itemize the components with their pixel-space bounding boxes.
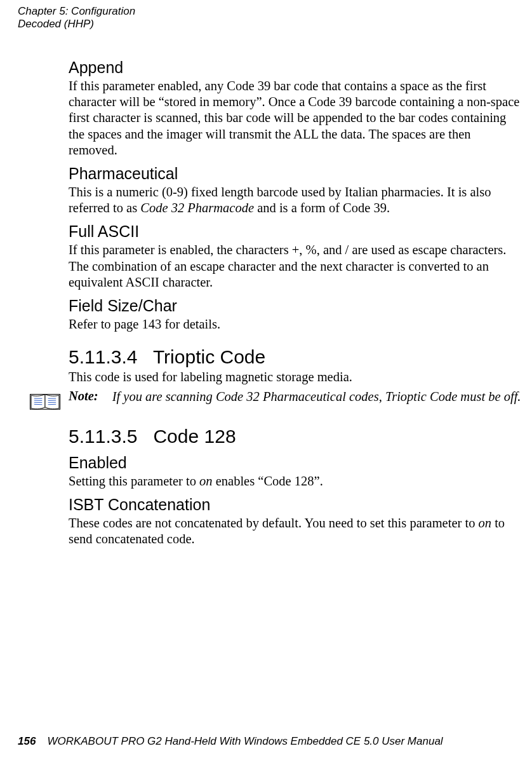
running-header: Chapter 5: Configuration Decoded (HHP) (18, 5, 135, 31)
paragraph-full-ascii: If this parameter is enabled, the charac… (69, 242, 522, 290)
paragraph-append: If this parameter enabled, any Code 39 b… (69, 78, 522, 158)
text-pharma-ital: Code 32 Pharmacode (140, 201, 254, 215)
section-number-trioptic: 5.11.3.4 (69, 346, 137, 367)
header-chapter: Chapter 5: Configuration (18, 5, 135, 18)
heading-field-size: Field Size/Char (69, 297, 522, 315)
note-text: If you are scanning Code 32 Pharmaceutic… (112, 389, 522, 405)
footer-title: WORKABOUT PRO G2 Hand-Held With Windows … (47, 735, 442, 747)
paragraph-pharmaceutical: This is a numeric (0-9) fixed length bar… (69, 184, 522, 216)
heading-enabled: Enabled (69, 454, 522, 472)
section-title-code128: Code 128 (153, 426, 236, 447)
open-book-icon (29, 391, 61, 411)
section-title-trioptic: Trioptic Code (153, 346, 265, 367)
page-number: 156 (18, 735, 36, 747)
note-block: Note: If you are scanning Code 32 Pharma… (69, 389, 522, 411)
heading-trioptic: 5.11.3.4 Trioptic Code (69, 346, 522, 368)
text-pharma-post: and is a form of Code 39. (254, 201, 390, 215)
heading-isbt: ISBT Concatenation (69, 496, 522, 514)
text-enabled-ital: on (199, 474, 213, 488)
text-enabled-pre: Setting this parameter to (69, 474, 199, 488)
text-isbt-pre: These codes are not concatenated by defa… (69, 516, 479, 530)
paragraph-isbt: These codes are not concatenated by defa… (69, 515, 522, 547)
heading-append: Append (69, 58, 522, 77)
document-page: Chapter 5: Configuration Decoded (HHP) A… (0, 0, 532, 758)
heading-pharmaceutical: Pharmaceutical (69, 165, 522, 183)
page-content: Append If this parameter enabled, any Co… (69, 52, 522, 551)
paragraph-field-size: Refer to page 143 for details. (69, 316, 522, 332)
text-isbt-ital: on (479, 516, 492, 530)
heading-full-ascii: Full ASCII (69, 222, 522, 241)
section-number-code128: 5.11.3.5 (69, 426, 137, 447)
header-section: Decoded (HHP) (18, 18, 135, 30)
heading-code128: 5.11.3.5 Code 128 (69, 426, 522, 447)
paragraph-trioptic: This code is used for labeling magnetic … (69, 369, 522, 385)
note-label: Note: (69, 389, 98, 403)
text-enabled-post: enables “Code 128”. (213, 474, 323, 488)
page-footer: 156WORKABOUT PRO G2 Hand-Held With Windo… (18, 735, 443, 748)
paragraph-enabled: Setting this parameter to on enables “Co… (69, 473, 522, 489)
